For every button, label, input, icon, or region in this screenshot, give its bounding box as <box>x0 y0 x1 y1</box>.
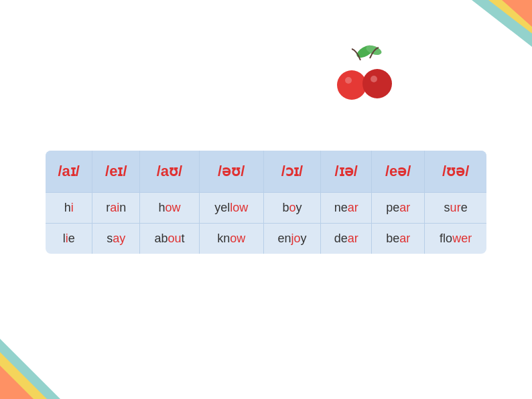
corner-decoration-bl <box>0 332 80 399</box>
table-cell-1-4: enjoy <box>263 224 321 254</box>
table-cell-0-6: pear <box>372 193 425 224</box>
phonetic-header-4: /ɔɪ/ <box>263 151 321 193</box>
phonetics-table: /aɪ//eɪ//aʊ//əʊ//ɔɪ//ɪə//eə//ʊə/ hirainh… <box>46 151 486 254</box>
table-cell-1-6: bear <box>372 224 425 254</box>
table-cell-0-5: near <box>321 193 372 224</box>
table-cell-0-2: how <box>140 193 200 224</box>
table-cell-1-3: know <box>199 224 263 254</box>
table-row-1: liesayaboutknowenjoydearbearflower <box>46 224 486 254</box>
phonetics-table-container: /aɪ//eɪ//aʊ//əʊ//ɔɪ//ɪə//eə//ʊə/ hirainh… <box>46 151 486 254</box>
svg-point-11 <box>371 76 377 82</box>
table-cell-1-1: say <box>92 224 140 254</box>
table-row-0: hirainhowyellowboynearpearsure <box>46 193 486 224</box>
table-cell-0-4: boy <box>263 193 321 224</box>
table-cell-0-7: sure <box>425 193 486 224</box>
corner-decoration-tr <box>452 0 532 67</box>
table-cell-0-0: hi <box>46 193 92 224</box>
svg-point-10 <box>362 69 392 98</box>
phonetic-header-2: /aʊ/ <box>140 151 200 193</box>
table-cell-1-0: lie <box>46 224 92 254</box>
phonetic-header-1: /eɪ/ <box>92 151 140 193</box>
svg-point-9 <box>345 77 352 84</box>
table-cell-1-2: about <box>140 224 200 254</box>
table-cell-1-5: dear <box>321 224 372 254</box>
phonetic-header-6: /eə/ <box>372 151 425 193</box>
phonetic-header-3: /əʊ/ <box>199 151 263 193</box>
phonetic-header-7: /ʊə/ <box>425 151 486 193</box>
cherry-illustration <box>328 44 402 110</box>
table-cell-0-3: yellow <box>199 193 263 224</box>
table-cell-1-7: flower <box>425 224 486 254</box>
table-header-row: /aɪ//eɪ//aʊ//əʊ//ɔɪ//ɪə//eə//ʊə/ <box>46 151 486 193</box>
phonetic-header-5: /ɪə/ <box>321 151 372 193</box>
table-cell-0-1: rain <box>92 193 140 224</box>
svg-point-8 <box>337 70 367 100</box>
phonetic-header-0: /aɪ/ <box>46 151 92 193</box>
